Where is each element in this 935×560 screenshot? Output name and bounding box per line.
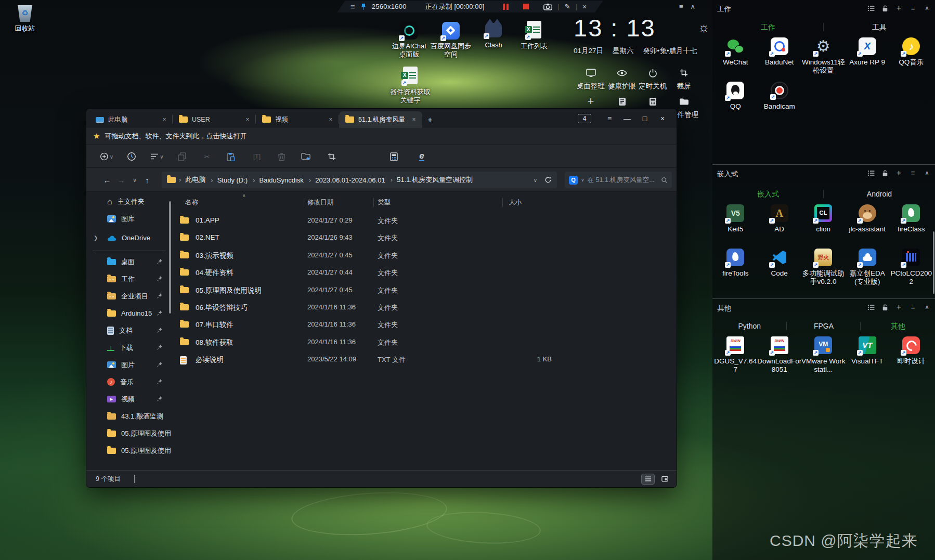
panel-list-icon[interactable] (867, 303, 875, 311)
widget-eye-care[interactable]: 健康护眼 (606, 68, 638, 91)
app-shortcut-dgus[interactable]: ↗ DGUS_V7.647 (713, 336, 758, 381)
browser-open-button[interactable]: e (415, 150, 428, 163)
app-shortcut-jishi-design[interactable]: ↗ 即时设计 (889, 336, 933, 381)
tab-videos[interactable]: 视频 × (256, 111, 339, 128)
breadcrumb-this-pc[interactable]: 此电脑 (177, 174, 207, 186)
app-shortcut-fireclass[interactable]: ↗ fireClass (889, 204, 933, 249)
sidebar-item-pictures[interactable]: 图片 (86, 357, 172, 372)
search-engine-icon[interactable] (569, 176, 578, 185)
collapsed-panel-expand-icon[interactable]: ∧ (691, 3, 696, 10)
tab-this-pc[interactable]: 此电脑 × (89, 111, 173, 128)
column-date-modified[interactable]: 修改日期 (307, 198, 333, 207)
file-row[interactable]: 07.串口软件2024/1/16 11:36文件夹 (172, 316, 674, 333)
sidebar-item-gallery[interactable]: 图库 (86, 211, 172, 226)
thumbnail-view-button[interactable] (658, 474, 671, 485)
pin-icon[interactable] (157, 379, 163, 385)
recorder-menu-icon[interactable]: ≡ (350, 2, 355, 11)
app-shortcut-win11-settings[interactable]: ↗ Windows11轻松设置 (801, 37, 846, 82)
breadcrumb-current-folder[interactable]: 51.1.机房变风量空调控制 (388, 174, 475, 186)
app-shortcut-jlc-assistant[interactable]: ↗ jlc-assistant (846, 204, 890, 249)
quick-open-hint-bar[interactable]: ★ 可拖动文档、软件、文件夹到此，点击快速打开 (86, 128, 677, 145)
delete-button[interactable] (275, 150, 288, 163)
pin-icon[interactable] (157, 276, 163, 282)
weather-sun-icon[interactable]: ☼ (698, 20, 710, 35)
pin-icon[interactable] (157, 327, 163, 333)
forward-button[interactable]: → (115, 174, 127, 186)
address-dropdown-icon[interactable]: ∨ (534, 177, 537, 183)
file-row[interactable]: 08.软件获取2024/1/16 11:36文件夹 (172, 334, 674, 351)
cut-button[interactable]: ✂ (200, 150, 214, 163)
panel-add-icon[interactable]: + (895, 169, 903, 177)
file-row[interactable]: 06.毕设答辩技巧2024/1/16 11:36文件夹 (172, 299, 674, 316)
recorder-pin-icon[interactable] (360, 3, 367, 10)
sidebar-item-music[interactable]: 音乐 (86, 374, 172, 389)
sidebar-scrollbar[interactable] (169, 201, 171, 314)
panel-tab-tools[interactable]: 工具 (824, 21, 935, 33)
up-button[interactable]: ↑ (141, 174, 153, 186)
stop-button[interactable] (523, 4, 529, 9)
panel-tab-work[interactable]: 工作 (712, 21, 824, 33)
sidebar-item-documents[interactable]: 文档 (86, 323, 172, 338)
panel-lock-icon[interactable] (881, 4, 889, 12)
panel-lock-icon[interactable] (881, 169, 889, 177)
panel-collapse-icon[interactable]: ∧ (923, 303, 931, 311)
app-shortcut-keil5[interactable]: ↗ Keil5 (713, 204, 758, 249)
panel-tab-embedded[interactable]: 嵌入式 (712, 188, 824, 200)
column-name[interactable]: 名称 (185, 198, 198, 207)
details-view-button[interactable] (641, 474, 655, 485)
sidebar-item-videos[interactable]: 视频 (86, 392, 172, 407)
pin-icon[interactable] (157, 310, 163, 316)
app-shortcut-pctolcd[interactable]: ↗ PCtoLCD2002 (889, 249, 933, 293)
pin-icon[interactable] (157, 344, 163, 350)
desktop-icon-clash[interactable]: ↗ Clash (472, 20, 515, 49)
minimize-button[interactable]: — (618, 111, 636, 126)
app-shortcut-download8051[interactable]: ↗ DownLoadFor8051 (758, 336, 802, 381)
app-shortcut-qqmusic[interactable]: ↗ QQ音乐 (889, 37, 933, 82)
rename-button[interactable]: [T] (250, 150, 264, 163)
column-size[interactable]: 大小 (509, 198, 522, 207)
draw-pencil-button[interactable]: ✎ (565, 3, 570, 10)
new-item-button[interactable]: ∨ (100, 150, 113, 163)
sidebar-item-enterprise[interactable]: 企业项目 (86, 289, 172, 304)
pin-icon[interactable] (157, 361, 163, 368)
panel-tab-other[interactable]: 其他 (861, 320, 935, 332)
file-row[interactable]: 05.原理图及使用说明2024/1/27 0:45文件夹 (172, 282, 674, 299)
app-shortcut-visualtft[interactable]: ↗ VisualTFT (846, 336, 890, 381)
tab-user[interactable]: USER × (173, 111, 256, 128)
widget-desktop-organize[interactable]: 桌面整理 (575, 68, 606, 91)
panel-add-icon[interactable]: + (895, 303, 903, 311)
panel-tab-fpga[interactable]: FPGA (787, 320, 861, 332)
panel-tab-android[interactable]: Android (824, 188, 935, 200)
breadcrumb-daterange[interactable]: 2023.06.01-2024.06.01 (307, 175, 387, 185)
widget-screenshot[interactable]: 截屏 (668, 68, 699, 91)
desktop-icon-worklist[interactable]: ↗ 工作列表 (513, 21, 555, 50)
breadcrumb-baidusyncdisk[interactable]: BaiduSyncdisk (251, 175, 306, 185)
app-shortcut-debug-assistant[interactable]: ↗ 多功能调试助手v0.2.0 (801, 249, 846, 293)
copy-button[interactable] (175, 150, 189, 163)
sidebar-item-schematics-2[interactable]: 05.原理图及使用 (86, 443, 172, 458)
recycle-bin-shortcut[interactable]: 回收站 (8, 4, 42, 33)
app-shortcut-altium[interactable]: ↗ AD (758, 204, 802, 249)
sidebar-item-desktop[interactable]: 桌面 (86, 254, 172, 269)
maximize-button[interactable]: □ (636, 111, 654, 126)
file-row[interactable]: 03.演示视频2024/1/27 0:45文件夹 (172, 247, 674, 264)
app-shortcut-jlceda[interactable]: ↗ 嘉立创EDA(专业版) (846, 249, 890, 293)
tab-count-badge[interactable]: 4 (578, 114, 591, 123)
screenshot-camera-button[interactable] (543, 3, 552, 10)
file-row[interactable]: 必读说明2023/5/22 14:09TXT 文件1 KB (172, 351, 674, 368)
desktop-icon-aichat[interactable]: ↗ 边界AIChat桌面版 (388, 22, 431, 59)
search-input[interactable]: ∨ 在 51.1.机房变风量空... (565, 172, 672, 188)
desktop-icon-baidu-syncspace[interactable]: ↗ 百度网盘同步空间 (430, 22, 472, 59)
pin-icon[interactable] (157, 293, 163, 299)
tab-close-icon[interactable]: × (160, 116, 168, 123)
panel-collapse-icon[interactable]: ∧ (923, 4, 931, 12)
file-row[interactable]: 02.NET2024/1/26 9:43文件夹 (172, 229, 674, 246)
app-shortcut-axure[interactable]: ↗ Axure RP 9 (846, 37, 890, 82)
new-tab-button[interactable]: + (422, 112, 438, 128)
sidebar-item-downloads[interactable]: ↓ 下载 (86, 340, 172, 355)
new-folder-button[interactable] (299, 150, 313, 163)
recorder-close-button[interactable]: × (582, 3, 587, 11)
close-button[interactable]: × (654, 111, 671, 126)
column-type[interactable]: 类型 (378, 198, 391, 207)
crop-tool-button[interactable] (325, 150, 339, 163)
